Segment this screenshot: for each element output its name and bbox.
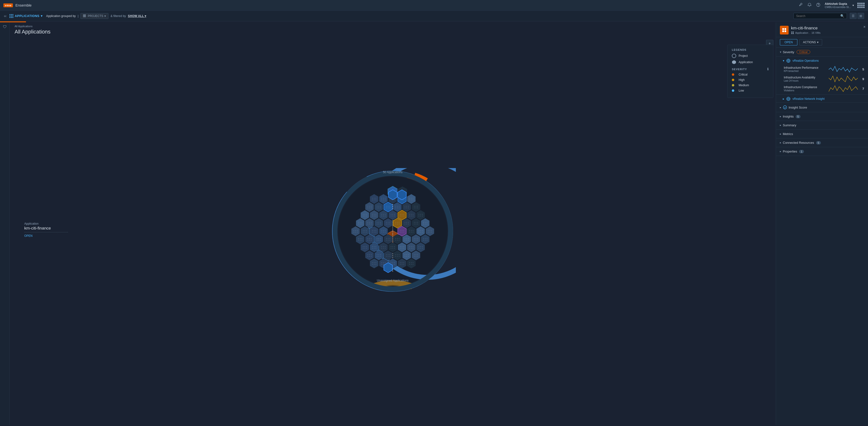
svg-rect-436 (784, 28, 786, 30)
vrealize-ops-chevron (783, 59, 784, 62)
bell-icon[interactable] (807, 3, 812, 8)
vrealize-ops-header[interactable]: vRealize Operations (776, 57, 868, 64)
metric-perf-sub: KPI breached (784, 70, 827, 72)
metric-avail-info: Infrastructure Availability Last 24 hour… (784, 76, 827, 82)
legend-application-label: Application (739, 60, 753, 64)
properties-badge: 1 (799, 150, 804, 153)
metric-perf-chart (829, 66, 858, 72)
severity-label: Severity (783, 50, 794, 54)
panel-app-name: km-citi-finance (791, 26, 820, 31)
vrealize-ops-icon (786, 59, 790, 63)
vrealize-network-header[interactable]: vRealize Network Insight (776, 95, 868, 102)
ring-bottom-label: Unassigned Applications (377, 279, 409, 282)
panel-app-subtitle: Application . 16 VMs (791, 31, 820, 34)
user-info[interactable]: Abhishek Gupta CMBU-Ensemble-St... ▾ (825, 2, 854, 8)
metric-infra-perf: Infrastructure Performance KPI breached … (776, 64, 868, 74)
low-dot (732, 89, 734, 92)
svg-rect-435 (782, 28, 784, 30)
applications-caret: ▾ (41, 14, 43, 18)
severity-info-icon[interactable]: ℹ (767, 67, 769, 71)
properties-label: Properties (783, 150, 797, 153)
svg-marker-434 (732, 60, 736, 64)
metric-comp-value: 7 (860, 87, 864, 91)
main-layout: 🛡 All Applications All Applications + − … (0, 22, 868, 425)
summary-label: Summary (783, 123, 796, 127)
severity-section: Severity Critical (776, 48, 868, 57)
svg-rect-2 (83, 14, 84, 16)
svg-rect-437 (782, 30, 784, 32)
svg-rect-4 (83, 16, 84, 17)
shield-icon[interactable]: 🛡 (3, 25, 7, 29)
hex-canvas: 50 Applications Unassigned Applications (10, 37, 776, 425)
metric-infra-comp: Infrastructure Compliance Violations 7 (776, 84, 868, 94)
applications-menu[interactable]: APPLICATIONS ▾ (9, 14, 43, 18)
insight-score-header[interactable]: Insight Score (776, 103, 868, 112)
vrealize-network-chevron (783, 97, 784, 100)
collapse-button[interactable]: ‹‹ (4, 14, 6, 18)
legend-project-icon (732, 54, 736, 58)
metric-avail-sub: Last 24 hours (784, 80, 827, 82)
severity-chevron (780, 51, 781, 54)
metric-comp-info: Infrastructure Compliance Violations (784, 86, 827, 92)
metric-avail-label: Infrastructure Availability (784, 76, 827, 79)
secondary-nav: ‹‹ APPLICATIONS ▾ Application grouped by… (0, 11, 868, 21)
projects-label: PROJECTS (88, 14, 103, 18)
vrealize-network-icon (786, 97, 790, 101)
user-org: CMBU-Ensemble-St... (825, 6, 851, 8)
insights-section[interactable]: Insights 5 (776, 112, 868, 121)
severity-header[interactable]: Severity Critical (776, 48, 868, 56)
grouped-by-app-tag: Application grouped by (46, 14, 76, 18)
metric-comp-sub: Violations (784, 89, 827, 92)
user-name: Abhishek Gupta (825, 2, 851, 6)
panel-app-type: Application (795, 31, 808, 34)
metric-perf-info: Infrastructure Performance KPI breached (784, 66, 827, 72)
hex-row-1 (388, 186, 407, 197)
high-dot (732, 79, 734, 81)
legend-app-hex-icon (732, 60, 736, 64)
open-button[interactable]: OPEN (780, 39, 797, 45)
insight-score-icon (783, 105, 787, 110)
applications-label: APPLICATIONS (15, 14, 39, 18)
viz-area: + − × Application km-citi-finance OPEN 5… (10, 37, 776, 425)
severity-badge: Critical (797, 50, 810, 54)
search-box[interactable]: 🔍 (794, 13, 847, 19)
metrics-label: Metrics (783, 132, 793, 136)
grid-view-button[interactable]: ⊞ (858, 13, 864, 19)
metric-avail-chart (829, 75, 858, 82)
insight-score-section: Insight Score (776, 103, 868, 112)
legend-panel: LEGENDS Project Application SEVERITY ℹ (727, 45, 773, 98)
search-icon: 🔍 (840, 14, 844, 18)
insights-label: Insights (783, 115, 794, 118)
severity-high-label: High (739, 78, 745, 82)
filtered-by-text: & filtered by (111, 14, 126, 18)
app-title: Ensemble (15, 3, 32, 7)
connected-resources-label: Connected Resources (783, 141, 814, 145)
search-input[interactable] (796, 14, 839, 18)
vmware-logo: vmw (3, 3, 13, 7)
connected-resources-chevron (780, 141, 781, 144)
app-grid-icon[interactable] (857, 3, 865, 8)
actions-button[interactable]: ACTIONS ▾ (799, 39, 822, 45)
summary-section[interactable]: Summary (776, 121, 868, 130)
wrench-icon[interactable] (799, 3, 803, 8)
svg-rect-3 (85, 14, 86, 16)
severity-low-item: Low (732, 89, 769, 92)
metric-comp-chart (829, 85, 858, 92)
list-view-button[interactable]: ☰ (850, 13, 857, 19)
projects-button[interactable]: PROJECTS ▾ (80, 13, 108, 19)
help-icon[interactable] (816, 3, 820, 8)
panel-close-button[interactable]: × (863, 25, 866, 29)
show-all-button[interactable]: SHOW ALL ▾ (128, 14, 146, 18)
vrealize-network-section: vRealize Network Insight (776, 95, 868, 103)
vrealize-ops-section: vRealize Operations Infrastructure Perfo… (776, 57, 868, 95)
right-panel: km-citi-finance Application . 16 VMs × O… (776, 22, 868, 425)
properties-section[interactable]: Properties 1 (776, 147, 868, 156)
legend-project-item: Project (732, 54, 769, 58)
topbar: vmw Ensemble Abhishek Gupta CMB (0, 0, 868, 11)
nav-divider-1: | (78, 14, 79, 18)
critical-dot (732, 73, 734, 76)
metrics-section[interactable]: Metrics (776, 130, 868, 139)
insight-score-label: Insight Score (788, 105, 807, 109)
connected-resources-section[interactable]: Connected Resources 5 (776, 139, 868, 147)
apps-grid-icon (9, 14, 13, 18)
